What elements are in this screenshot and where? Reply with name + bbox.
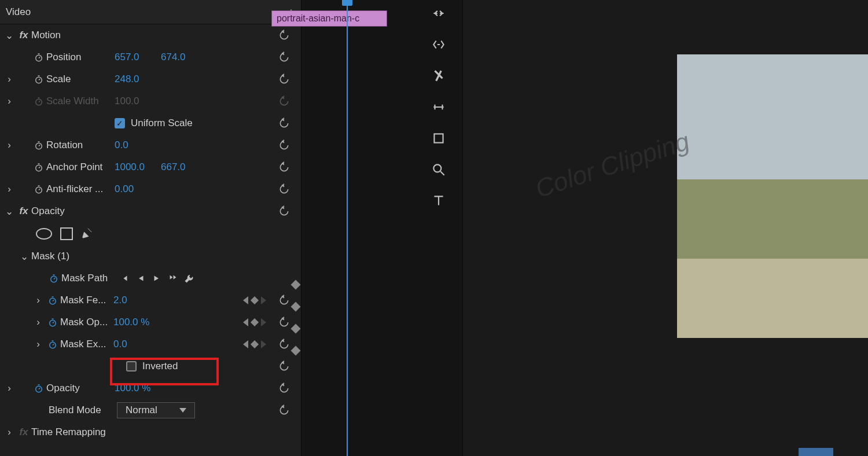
next-keyframe-icon[interactable] (261, 296, 266, 304)
reset-button[interactable] (278, 205, 290, 218)
stopwatch-icon[interactable] (31, 52, 46, 62)
rotation-value[interactable]: 0.0 (115, 139, 161, 151)
anchor-point-row: Anchor Point 1000.0 667.0 (0, 156, 301, 178)
mask-expansion-value[interactable]: 0.0 (113, 339, 160, 350)
chevron-down-icon[interactable]: ⌄ (17, 251, 31, 263)
anchor-x-value[interactable]: 1000.0 (115, 161, 161, 173)
zoom-tool[interactable] (429, 160, 448, 179)
next-keyframe-icon[interactable] (261, 318, 266, 326)
clip-bar[interactable]: portrait-asian-man-c (271, 10, 387, 27)
type-tool[interactable] (429, 191, 448, 211)
blend-mode-select[interactable]: Normal (117, 402, 195, 418)
add-keyframe-icon[interactable] (251, 318, 259, 326)
stopwatch-icon[interactable] (45, 339, 60, 350)
rate-stretch-tool[interactable] (429, 66, 448, 86)
video-section-label: Video (6, 6, 31, 18)
prev-keyframe-icon[interactable] (243, 318, 248, 326)
ripple-edit-tool[interactable] (429, 3, 448, 23)
reset-button[interactable] (278, 316, 290, 329)
blend-mode-row: Blend Mode Normal (0, 399, 301, 421)
stopwatch-icon[interactable] (45, 295, 60, 306)
chevron-right-icon[interactable]: › (2, 426, 16, 438)
reset-button[interactable] (278, 139, 290, 152)
chevron-down-icon[interactable]: ⌄ (2, 205, 16, 218)
slip-tool[interactable] (429, 97, 448, 117)
reset-button[interactable] (278, 294, 290, 307)
opacity-prop-label: Opacity (46, 383, 115, 394)
reset-button[interactable] (278, 404, 290, 417)
stopwatch-icon (31, 96, 46, 106)
wrench-icon[interactable] (184, 273, 194, 284)
svg-point-12 (433, 164, 441, 172)
position-x-value[interactable]: 657.0 (115, 52, 161, 63)
reset-button[interactable] (278, 117, 290, 130)
chevron-right-icon[interactable]: › (31, 295, 45, 306)
pen-mask-button[interactable] (81, 226, 94, 242)
stopwatch-icon[interactable] (31, 140, 46, 150)
next-frame-icon[interactable] (168, 273, 178, 284)
position-label: Position (46, 52, 115, 63)
chevron-right-icon[interactable]: › (31, 317, 45, 328)
play-fwd-icon[interactable] (152, 273, 162, 284)
chevron-right-icon[interactable]: › (2, 73, 16, 85)
prev-frame-icon[interactable] (119, 273, 130, 284)
stopwatch-icon[interactable] (46, 273, 61, 284)
add-keyframe-icon[interactable] (251, 296, 259, 304)
reset-button[interactable] (278, 360, 290, 373)
mask-opacity-value[interactable]: 100.0 % (113, 317, 160, 328)
effect-motion-header[interactable]: ⌄ fx Motion (0, 24, 301, 46)
effect-opacity-header[interactable]: ⌄ fx Opacity (0, 200, 301, 222)
keyframe-timeline[interactable]: portrait-asian-man-c (301, 0, 463, 456)
playhead[interactable] (347, 0, 348, 456)
position-y-value[interactable]: 674.0 (161, 52, 207, 63)
time-remapping-header[interactable]: › fx Time Remapping (0, 421, 301, 443)
add-keyframe-icon[interactable] (251, 340, 259, 348)
ellipse-mask-button[interactable] (36, 228, 52, 240)
reset-button[interactable] (278, 73, 290, 86)
reset-button[interactable] (278, 338, 290, 351)
chevron-right-icon[interactable]: › (2, 183, 16, 195)
inverted-label: Inverted (142, 361, 178, 372)
fx-icon[interactable]: fx (16, 205, 31, 217)
chevron-down-icon (179, 408, 186, 413)
play-back-icon[interactable] (135, 273, 146, 284)
scale-value[interactable]: 248.0 (115, 73, 161, 85)
stopwatch-icon[interactable] (31, 74, 46, 84)
stopwatch-icon[interactable] (31, 383, 46, 394)
mask-opacity-row: › Mask Op... 100.0 % (0, 311, 301, 333)
time-remapping-title: Time Remapping (31, 426, 106, 438)
rotation-row: › Rotation 0.0 (0, 134, 301, 156)
next-keyframe-icon[interactable] (261, 340, 266, 348)
reset-button[interactable] (278, 382, 290, 395)
rectangle-tool[interactable] (429, 128, 448, 148)
reset-button[interactable] (278, 29, 290, 42)
keyframe-nav (243, 318, 266, 326)
anchor-y-value[interactable]: 667.0 (161, 161, 207, 173)
fx-icon[interactable]: fx (16, 30, 31, 41)
stopwatch-icon[interactable] (31, 162, 46, 172)
antiflicker-value[interactable]: 0.00 (115, 183, 161, 195)
rolling-edit-tool[interactable] (429, 35, 448, 54)
prev-keyframe-icon[interactable] (243, 340, 248, 348)
chevron-right-icon[interactable]: › (31, 339, 45, 350)
chevron-right-icon[interactable]: › (2, 139, 16, 151)
mask-header[interactable]: ⌄ Mask (1) (0, 245, 301, 267)
mask-feather-value[interactable]: 2.0 (113, 295, 160, 306)
reset-button[interactable] (278, 161, 290, 174)
blend-mode-label: Blend Mode (49, 404, 117, 416)
stopwatch-icon[interactable] (31, 184, 46, 194)
reset-button[interactable] (278, 51, 290, 64)
uniform-scale-checkbox[interactable] (115, 118, 125, 128)
reset-button[interactable] (278, 183, 290, 196)
prev-keyframe-icon[interactable] (243, 296, 248, 304)
opacity-prop-value[interactable]: 100.0 % (115, 383, 161, 394)
chevron-down-icon[interactable]: ⌄ (2, 30, 16, 42)
rect-mask-button[interactable] (60, 227, 73, 240)
inverted-checkbox[interactable] (126, 361, 137, 372)
chevron-right-icon[interactable]: › (2, 383, 16, 394)
stopwatch-icon[interactable] (45, 317, 60, 328)
fx-icon: fx (16, 426, 31, 438)
scale-width-value: 100.0 (115, 95, 161, 107)
scrollbar-indicator[interactable] (799, 448, 833, 456)
scale-width-row: › Scale Width 100.0 (0, 90, 301, 112)
